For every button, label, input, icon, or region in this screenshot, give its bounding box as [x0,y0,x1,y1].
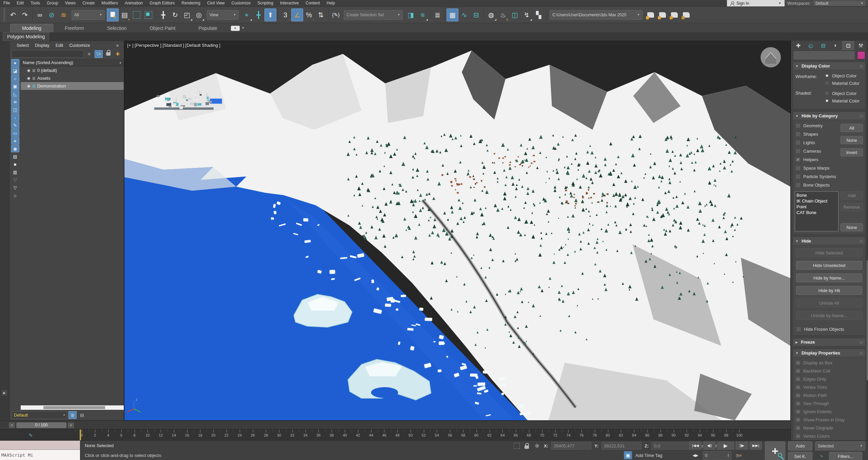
hide-frozen-row[interactable]: Hide Frozen Objects [793,327,865,335]
hide-action-button[interactable]: Unhide All [796,299,862,307]
hide-action-button[interactable]: Unhide by Name... [796,311,862,320]
display-property-row[interactable]: Edges Only [795,377,863,382]
toolbar-drag-handle[interactable] [3,8,5,21]
go-to-end-button[interactable]: ▶▶| [749,441,762,450]
hierarchy-view-toggle[interactable]: ⊟ [78,411,86,419]
project-folder-dropdown[interactable]: C:\Users\User\Documents\3ds Max 2020 ▼ [550,10,643,20]
category-checkbox-row[interactable]: Space Warps [795,166,841,171]
command-panel-scrollbar[interactable] [867,41,868,440]
timeline-tick[interactable]: 70 [535,429,549,441]
mirror-button[interactable]: ◨ [405,8,417,21]
viewport-label[interactable]: [+ ] [Perspective ] [Standard ] [Default… [127,43,220,48]
display-filter-toggle[interactable]: ● [11,59,19,66]
x-coordinate-field[interactable]: 35405,477 [551,442,591,449]
timeline-ruler[interactable]: 0246810121416182022242628303234363840424… [75,429,746,441]
spinner-snap-button[interactable]: ⇅∩ [315,8,327,21]
sign-in-button[interactable]: Sign In ▼ [727,0,785,6]
hierarchy-tab-icon[interactable]: ⊟ [817,41,829,50]
render-setup-button[interactable]: ♨⚙ [497,8,509,21]
current-frame-field[interactable]: 0 ▲▼ [703,451,731,460]
timeline-tick[interactable]: 28 [259,429,273,441]
viewport-scene[interactable]: z [124,41,790,420]
radio-option[interactable]: Material Color [825,81,860,86]
display-property-row[interactable]: Vertex Colors [795,434,863,439]
ribbon-tab[interactable]: Populate [187,24,229,32]
time-slider[interactable]: 0 / 100 [16,422,66,428]
timeline-tick[interactable]: 14 [167,429,180,441]
timeline-tick[interactable]: 0 [75,429,88,441]
display-property-row[interactable]: Vertex Ticks [795,385,863,390]
absolute-mode-icon[interactable]: ⊕ [533,442,541,449]
timeline-tick[interactable]: 56 [443,429,457,441]
timeline-tick[interactable]: 4 [102,429,115,441]
filters-button[interactable]: Filters... [829,452,862,460]
scene-explorer-menu-item[interactable]: Customize [66,43,93,48]
timeline-tick[interactable]: 52 [417,429,430,441]
object-color-swatch[interactable] [857,51,865,59]
ribbon-tab[interactable]: Freeform [53,24,96,32]
freeze-header[interactable]: ▶ Freeze ▦ [793,338,865,346]
menu-item[interactable]: Edit [13,0,27,6]
polygon-modeling-panel[interactable]: Polygon Modeling [3,32,49,41]
display-filter-toggle[interactable]: ◺ [11,90,19,98]
timeline-tick[interactable]: 84 [628,429,641,441]
go-to-start-button[interactable]: |◀◀ [689,441,702,450]
chevron-down-icon[interactable]: ▼ [242,26,244,30]
display-filter-toggle[interactable]: ✎ [11,121,19,129]
reference-coordinate-dropdown[interactable]: View ▼ [207,10,239,20]
maxscript-mini-listener[interactable]: MAXScript Mi [0,441,80,460]
scene-tree-empty-area[interactable] [21,90,124,405]
select-move-button[interactable]: ╋ [157,8,169,21]
timeline-tick[interactable]: 22 [220,429,233,441]
menu-item[interactable]: Graph Editors [146,0,178,6]
use-pivot-center-button[interactable]: ⌖◢ [241,8,253,21]
menu-item[interactable]: File [0,0,13,6]
window-crossing-button[interactable] [142,8,154,21]
clear-search-icon[interactable]: ✕ [85,50,93,58]
redo-button[interactable]: ↷ [19,8,31,21]
angle-snap-button[interactable]: ∠ [291,8,303,21]
timeline-tick[interactable]: 46 [378,429,391,441]
timeline-tick[interactable]: 50 [404,429,417,441]
display-tab-icon[interactable]: ⊡ [842,41,854,50]
rendered-frame-button[interactable]: ◫ [509,8,521,21]
display-filter-toggle[interactable]: ▽ [11,176,19,184]
timeline-tick[interactable]: 88 [654,429,667,441]
remove-button[interactable]: Remove [841,203,863,211]
category-checkbox-row[interactable]: Cameras [795,149,841,154]
display-filter-toggle[interactable]: ↓ [11,114,19,121]
percent-snap-button[interactable]: %∩ [303,8,315,21]
radio-option[interactable]: Object Color [825,73,860,78]
timeline-tick[interactable]: 62 [483,429,496,441]
menu-item[interactable]: Animation [121,0,146,6]
timeline-tick[interactable]: 64 [496,429,509,441]
keyboard-override-button[interactable]: ⬆ [264,8,276,21]
timeline-tick[interactable]: 38 [325,429,338,441]
display-property-row[interactable]: Display as Box [795,360,863,365]
lock-icon[interactable] [104,50,112,58]
isolate-selection-icon[interactable] [514,443,520,449]
timeline-tick[interactable]: 60 [470,429,483,441]
schematic-view-button[interactable]: ⊟ [470,8,482,21]
key-mode-toggle[interactable]: ◀▶ [689,451,702,460]
display-filter-toggle[interactable]: ≋ [11,98,19,106]
hide-action-button[interactable]: Hide Selected [796,248,862,257]
undo-button[interactable]: ↶ [7,8,19,21]
hide-action-button[interactable]: Hide by Hit [796,286,862,295]
menu-item[interactable]: Scripting [254,0,277,6]
object-name-field[interactable] [794,51,854,59]
radio-option[interactable]: Object Color [825,91,860,96]
timeline-tick[interactable]: 94 [693,429,707,441]
timeline-tick[interactable]: 58 [457,429,470,441]
perspective-viewport[interactable]: z [+ ] [Perspective ] [Standard ] [Defau… [124,41,791,421]
select-by-name-button[interactable]: ▤➤ [119,8,131,21]
display-property-row[interactable]: Never Degrade [795,425,863,430]
timeline-tick[interactable]: 32 [286,429,299,441]
display-filter-toggle[interactable]: ◉ [11,145,19,152]
scene-layer-row[interactable]: ◉ ≣ Demonstration [21,82,124,90]
display-property-row[interactable]: Backface Cull [795,368,863,373]
none-button[interactable]: None [841,223,863,231]
timeline-tick[interactable]: 44 [364,429,378,441]
timeline-tick[interactable]: 18 [194,429,207,441]
add-button[interactable]: Add [841,191,863,199]
